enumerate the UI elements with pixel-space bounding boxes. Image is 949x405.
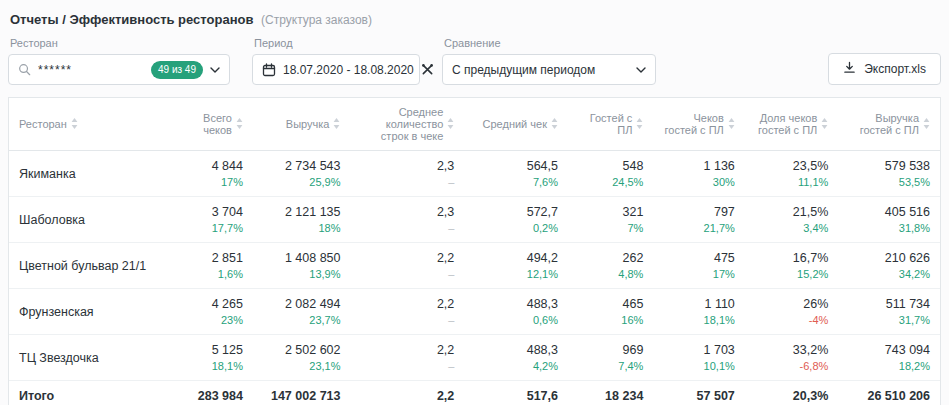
cell-delta: 31,8%: [848, 222, 930, 234]
sort-icon[interactable]: [821, 118, 828, 131]
column-header-5[interactable]: Гостей с ПЛ: [568, 98, 653, 151]
cell-delta: 34,2%: [848, 268, 930, 280]
column-header-4[interactable]: Средний чек: [464, 98, 568, 151]
period-value: 18.07.2020 - 18.08.2020: [283, 63, 414, 77]
table-row: ТЦ Звездочка5 12518,1%2 502 60223,1%2,2–…: [9, 335, 940, 381]
metric-cell: 3217%: [568, 197, 653, 243]
column-header-7[interactable]: Доля чеков гостей с ПЛ: [745, 98, 839, 151]
cell-delta: 0,6%: [474, 314, 558, 326]
cell-value: 2,3: [360, 159, 454, 173]
column-header-6[interactable]: Чеков гостей с ПЛ: [653, 98, 744, 151]
cell-delta: 16%: [578, 314, 643, 326]
chevron-down-icon[interactable]: [210, 67, 220, 73]
cell-value: 33,2%: [755, 343, 829, 357]
sort-icon[interactable]: [728, 118, 735, 131]
metric-cell: 3 70417,7%: [180, 197, 253, 243]
column-header-3[interactable]: Среднее количество строк в чеке: [350, 98, 464, 151]
metric-cell: 9697,4%: [568, 335, 653, 381]
cell-value: 283 984: [190, 389, 243, 403]
cell-value: 23,5%: [755, 159, 829, 173]
total-metric-cell: 57 507: [653, 381, 744, 405]
metric-cell: 2 121 13518%: [253, 197, 351, 243]
sort-icon[interactable]: [636, 118, 643, 131]
cell-delta: -6,8%: [755, 360, 829, 372]
metric-cell: 511 73431,7%: [838, 289, 940, 335]
metric-cell: 47517%: [653, 243, 744, 289]
sort-icon[interactable]: [551, 118, 558, 131]
cell-value: 57 507: [663, 389, 734, 403]
metric-cell: 210 62634,2%: [838, 243, 940, 289]
metric-cell: 2,2–: [350, 335, 464, 381]
comparison-select[interactable]: С предыдущим периодом: [442, 54, 656, 85]
metric-cell: 579 53853,5%: [838, 151, 940, 197]
cell-delta: 23%: [190, 314, 243, 326]
period-filter: Период 18.07.2020 - 18.08.2020: [252, 37, 420, 85]
period-picker[interactable]: 18.07.2020 - 18.08.2020: [252, 54, 420, 85]
cell-delta: 4,8%: [578, 268, 643, 280]
metric-cell: 2624,8%: [568, 243, 653, 289]
sort-icon[interactable]: [447, 118, 454, 131]
sort-icon[interactable]: [923, 118, 930, 131]
export-xls-button[interactable]: Экспорт.xls: [828, 53, 941, 85]
metric-cell: 572,70,2%: [464, 197, 568, 243]
report-table-container: РесторанВсего чековВыручкаСреднее количе…: [8, 97, 941, 405]
column-header-0[interactable]: Ресторан: [9, 98, 180, 151]
cell-delta: 7,4%: [578, 360, 643, 372]
comparison-value: С предыдущим периодом: [452, 63, 595, 77]
metric-cell: 79721,7%: [653, 197, 744, 243]
cell-delta: 17%: [190, 176, 243, 188]
metric-cell: 4 26523%: [180, 289, 253, 335]
total-label-cell: Итого: [9, 381, 180, 405]
cell-value: 2,2: [360, 251, 454, 265]
cell-value: 572,7: [474, 205, 558, 219]
cell-value: 1 703: [663, 343, 734, 357]
metric-cell: 2 082 49423,7%: [253, 289, 351, 335]
restaurant-select[interactable]: 49 из 49: [8, 54, 230, 85]
column-header-2[interactable]: Выручка: [253, 98, 351, 151]
metric-cell: 488,30,6%: [464, 289, 568, 335]
period-tools-icon[interactable]: [421, 63, 434, 76]
cell-value: 147 002 713: [263, 389, 341, 403]
comparison-filter-label: Сравнение: [444, 37, 656, 49]
sort-icon[interactable]: [236, 118, 243, 131]
metric-cell: 33,2%-6,8%: [745, 335, 839, 381]
cell-delta: 1,6%: [190, 268, 243, 280]
total-metric-cell: 26 510 206: [838, 381, 940, 405]
column-header-8[interactable]: Выручка гостей с ПЛ: [838, 98, 940, 151]
sort-icon[interactable]: [71, 118, 78, 131]
cell-value: 1 408 850: [263, 251, 341, 265]
report-table: РесторанВсего чековВыручкаСреднее количе…: [9, 98, 940, 405]
cell-value: 2,2: [360, 297, 454, 311]
column-header-1[interactable]: Всего чеков: [180, 98, 253, 151]
sort-icon[interactable]: [333, 118, 340, 131]
comparison-filter: Сравнение С предыдущим периодом: [442, 37, 656, 85]
restaurant-filter-label: Ресторан: [10, 37, 230, 49]
cell-value: 488,3: [474, 297, 558, 311]
column-header-label: Всего чеков: [190, 112, 232, 136]
table-row: Фрунзенская4 26523%2 082 49423,7%2,2–488…: [9, 289, 940, 335]
total-metric-cell: 20,3%: [745, 381, 839, 405]
restaurant-search-input[interactable]: [38, 63, 144, 77]
cell-delta: 18%: [263, 222, 341, 234]
total-row: Итого283 984147 002 7132,2517,618 23457 …: [9, 381, 940, 405]
cell-value: 2 082 494: [263, 297, 341, 311]
cell-value: 548: [578, 159, 643, 173]
cell-delta: 24,5%: [578, 176, 643, 188]
cell-value: 2,2: [360, 389, 454, 403]
restaurant-name-cell: Цветной бульвар 21/1: [9, 243, 180, 289]
cell-delta: 25,9%: [263, 176, 341, 188]
cell-value: 2,2: [360, 343, 454, 357]
table-row: Цветной бульвар 21/12 8511,6%1 408 85013…: [9, 243, 940, 289]
metric-cell: 5 12518,1%: [180, 335, 253, 381]
cell-delta: 0,2%: [474, 222, 558, 234]
metric-cell: 1 13630%: [653, 151, 744, 197]
page-title: Отчеты / Эффективность ресторанов: [10, 12, 253, 27]
cell-value: 517,6: [474, 389, 558, 403]
restaurant-name-cell: Шаболовка: [9, 197, 180, 243]
metric-cell: 54824,5%: [568, 151, 653, 197]
total-metric-cell: 18 234: [568, 381, 653, 405]
cell-delta: 30%: [663, 176, 734, 188]
cell-value: 511 734: [848, 297, 930, 311]
cell-value: 20,3%: [755, 389, 829, 403]
metric-cell: 494,212,1%: [464, 243, 568, 289]
